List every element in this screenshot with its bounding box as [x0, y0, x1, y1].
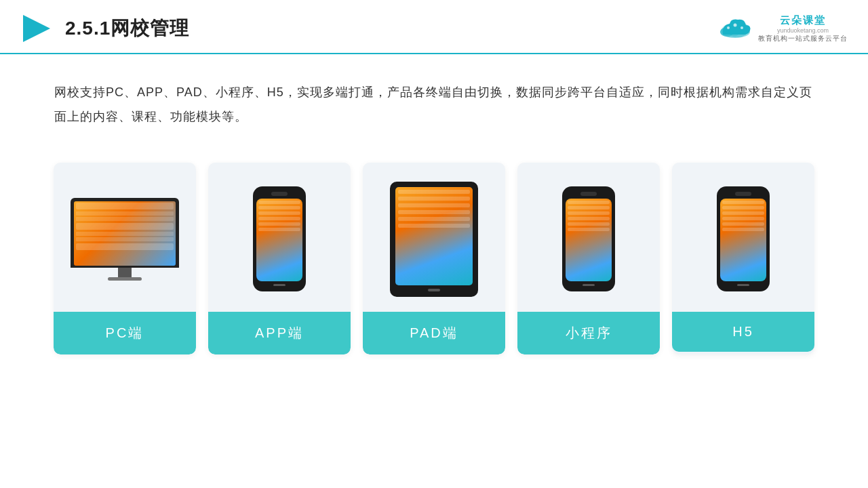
- card-app-image: [208, 163, 351, 312]
- pc-device-mockup: [67, 198, 182, 281]
- page-title: 2.5.1网校管理: [65, 16, 189, 41]
- card-miniprogram: 小程序: [517, 163, 660, 354]
- logo-text: 云朵课堂 yunduoketang.com 教育机构一站式服务云平台: [758, 14, 848, 43]
- card-pad-image: [363, 163, 505, 312]
- phone-device-mockup-app: [252, 186, 307, 291]
- tablet-device-mockup: [390, 182, 478, 297]
- card-miniprogram-label: 小程序: [517, 312, 660, 354]
- cloud-logo-icon: [717, 16, 753, 40]
- card-pad: PAD端: [363, 163, 505, 354]
- svg-point-7: [734, 24, 737, 27]
- header-left: 2.5.1网校管理: [20, 12, 189, 45]
- card-pc: PC端: [54, 163, 196, 354]
- card-h5: H5: [672, 163, 814, 354]
- phone-device-mockup-mini: [561, 186, 616, 291]
- card-pc-image: [54, 163, 196, 312]
- logo-tagline: 教育机构一站式服务云平台: [758, 34, 848, 43]
- svg-point-8: [741, 26, 743, 29]
- card-pc-label: PC端: [54, 312, 196, 354]
- svg-marker-0: [23, 15, 50, 42]
- description-text: 网校支持PC、APP、PAD、小程序、H5，实现多端打通，产品各终端自由切换，数…: [0, 54, 868, 142]
- play-icon: [20, 12, 53, 45]
- logo-url: yunduoketang.com: [777, 27, 829, 34]
- logo-name: 云朵课堂: [780, 14, 826, 27]
- page-header: 2.5.1网校管理 云朵课堂 yunduoketang.com 教育机构一站式服…: [0, 0, 868, 54]
- card-app: APP端: [208, 163, 351, 354]
- card-h5-label: H5: [672, 312, 814, 352]
- platform-cards-container: PC端 APP端: [0, 142, 868, 368]
- card-h5-image: [672, 163, 814, 312]
- phone-device-mockup-h5: [716, 186, 770, 291]
- svg-point-6: [727, 26, 730, 29]
- card-miniprogram-image: [517, 163, 660, 312]
- card-app-label: APP端: [208, 312, 351, 354]
- card-pad-label: PAD端: [363, 312, 505, 354]
- logo-area: 云朵课堂 yunduoketang.com 教育机构一站式服务云平台: [717, 14, 848, 43]
